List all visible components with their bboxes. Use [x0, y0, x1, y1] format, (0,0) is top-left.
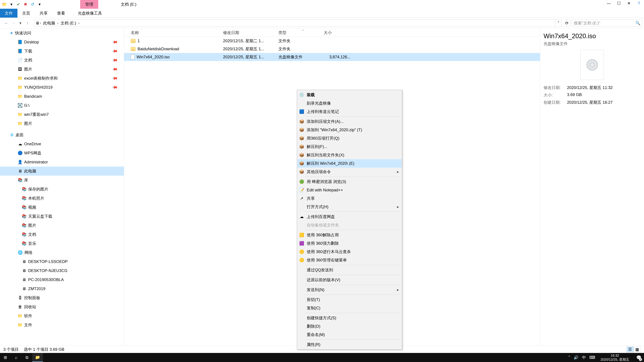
sidebar-item[interactable]: 📘Desktop📌 — [0, 37, 124, 46]
search-button[interactable]: ⌕ — [11, 353, 22, 362]
explorer-taskbar-button[interactable]: 📁 — [32, 353, 43, 362]
context-menu-item[interactable]: 🟨使用 360解除占用 — [297, 231, 402, 239]
context-menu-item[interactable]: 📦解压到 Win7x64_2020\ (E) — [297, 159, 402, 168]
context-menu-item[interactable]: 删除(D) — [297, 322, 402, 331]
context-menu-item[interactable]: 📦添加到压缩文件(A)... — [297, 117, 402, 126]
context-menu-item[interactable]: 剪切(T) — [297, 296, 402, 304]
sidebar-item[interactable]: ☁OneDrive — [0, 139, 124, 148]
context-menu-item[interactable]: 发送到(N)▸ — [297, 286, 402, 294]
context-menu-item[interactable]: 🟡使用 360管理右键菜单 — [297, 256, 402, 264]
file-row[interactable]: 12020/12/15, 星期二 1...文件夹 — [124, 37, 540, 45]
clock[interactable]: 16:32 2020/12/25, 星期五 — [598, 354, 631, 362]
sidebar-item[interactable]: 📚本机照片 — [0, 194, 124, 203]
context-menu-item[interactable]: 属性(R) — [297, 340, 402, 349]
start-button[interactable]: ⊞ — [0, 353, 11, 362]
context-menu-item[interactable]: 刻录光盘映像 — [297, 99, 402, 107]
sidebar-item[interactable]: 📚视频 — [0, 203, 124, 212]
sidebar-item[interactable]: 📁软件 — [0, 311, 124, 321]
sidebar-item[interactable]: 📁Bandicam — [0, 92, 124, 101]
sidebar-item[interactable]: 🖼图片📌 — [0, 65, 124, 74]
sidebar-item[interactable]: 🔵WPS网盘 — [0, 148, 124, 158]
qat-restore-icon[interactable]: ↺ — [30, 1, 36, 7]
context-menu-item[interactable]: 📦其他压缩命令▸ — [297, 168, 402, 176]
refresh-button[interactable]: ⟳ — [564, 19, 570, 27]
tab-disc-tools[interactable]: 光盘映像工具 — [73, 9, 107, 17]
sidebar-item[interactable]: 🎛控制面板 — [0, 293, 124, 302]
forward-button[interactable]: → — [10, 20, 16, 26]
qat-customize-icon[interactable]: ▾ — [36, 1, 42, 7]
network-root[interactable]: 🌐 网络 — [0, 248, 124, 257]
context-menu-item[interactable]: 📦解压到(F)... — [297, 142, 402, 151]
sidebar-item[interactable]: 📄文档📌 — [0, 56, 124, 65]
col-size[interactable]: 大小 — [320, 30, 354, 35]
sidebar-item[interactable]: 💽G:\ — [0, 101, 124, 110]
sidebar-item[interactable]: 📁图片 — [0, 119, 124, 128]
sidebar-item[interactable]: 🖥ZMT2019 — [0, 284, 124, 293]
tray-chevron-icon[interactable]: ˄ — [568, 355, 570, 360]
file-row[interactable]: Win7x64_2020.iso2020/12/25, 星期五 1...光盘映像… — [124, 53, 540, 61]
context-menu-item[interactable]: 🟢用 蜂蜜浏览器 浏览(3) — [297, 177, 402, 186]
details-view-button[interactable]: ☰ — [626, 347, 634, 353]
col-date[interactable]: 修改日期 — [220, 30, 275, 35]
tab-home[interactable]: 主页 — [18, 9, 35, 17]
sidebar-item[interactable]: 📚库 — [0, 176, 124, 185]
context-menu-item[interactable]: 还原以前的版本(V) — [297, 276, 402, 284]
sidebar-item[interactable]: 📘下载📌 — [0, 46, 124, 56]
crumb-drive[interactable]: 文档 (E:) — [59, 19, 78, 27]
context-menu-item[interactable]: ↗共享 — [297, 194, 402, 203]
address-dropdown[interactable]: ˅ — [555, 19, 562, 27]
sidebar-item[interactable]: 🖥DESKTOP-NJEU3CG — [0, 266, 124, 275]
sidebar-item[interactable]: 📚天翼云盘下载 — [0, 212, 124, 221]
col-name[interactable]: 名称 — [124, 30, 220, 35]
context-menu-item[interactable]: 创建快捷方式(S) — [297, 314, 402, 322]
sidebar-item[interactable]: 📚保存的图片 — [0, 185, 124, 194]
context-menu-item[interactable]: 📦用360压缩打开(Q) — [297, 134, 402, 142]
chevron-right-icon[interactable]: › — [78, 21, 80, 25]
context-menu-item[interactable]: 重命名(M) — [297, 331, 402, 339]
context-menu-item[interactable]: 📝Edit with Notepad++ — [297, 186, 402, 194]
ime-icon[interactable]: ⌨ — [589, 355, 595, 360]
tab-share[interactable]: 共享 — [35, 9, 52, 17]
volume-icon[interactable]: 🔊 — [574, 355, 578, 360]
sidebar-item[interactable]: 📁excel表格制作求和📌 — [0, 74, 124, 83]
context-menu-item[interactable]: ☁上传到百度网盘 — [297, 213, 402, 221]
sidebar-item[interactable]: 📚音乐 — [0, 239, 124, 248]
notifications-button[interactable]: 💬3 — [634, 353, 643, 362]
recent-dropdown[interactable]: ▾ — [18, 20, 24, 26]
sidebar-item[interactable]: 📁YUNQISHI2019📌 — [0, 83, 124, 92]
sidebar-item[interactable]: 📁win7重装win7 — [0, 110, 124, 119]
maximize-button[interactable]: ☐ — [614, 0, 624, 7]
sidebar-item[interactable]: 📚图片 — [0, 221, 124, 230]
close-button[interactable]: ✕ — [624, 0, 634, 7]
chevron-right-icon[interactable]: › — [57, 21, 59, 25]
tab-view[interactable]: 查看 — [52, 9, 70, 17]
context-menu-item[interactable]: 复制(C) — [297, 304, 402, 312]
context-menu-item[interactable]: 📦解压到当前文件夹(X) — [297, 151, 402, 159]
context-menu-item[interactable]: 打开方式(H)▸ — [297, 203, 402, 211]
sidebar-item[interactable]: 🖥DESKTOP-LSSOEDP — [0, 257, 124, 266]
help-button[interactable]: ? — [634, 0, 644, 7]
sidebar-item[interactable]: 🖥PC-20190530OBLA — [0, 275, 124, 284]
quick-access-root[interactable]: ★ 快速访问 — [0, 28, 124, 37]
search-icon[interactable]: 🔍 — [636, 21, 640, 25]
context-menu-item[interactable]: 📦添加到 "Win7x64_2020.zip" (T) — [297, 126, 402, 134]
sidebar-item[interactable]: 🗑回收站 — [0, 302, 124, 311]
context-menu-item[interactable]: 💿装载 — [297, 91, 402, 99]
tiles-view-button[interactable]: ▦ — [634, 347, 641, 353]
sidebar-item[interactable]: 📁文件 — [0, 321, 124, 330]
back-button[interactable]: ← — [3, 20, 10, 26]
ime-indicator[interactable]: 中 — [582, 355, 586, 360]
context-menu-item[interactable]: 🟦上传到有道云笔记 — [297, 107, 402, 116]
chevron-right-icon[interactable]: › — [40, 21, 42, 25]
up-button[interactable]: ↑ — [24, 20, 30, 26]
context-menu-item[interactable]: 通过QQ发送到 — [297, 266, 402, 274]
search-input[interactable]: 搜索"文档 (E:)" 🔍 — [572, 19, 642, 27]
col-type[interactable]: 类型 — [275, 30, 320, 35]
sidebar-item[interactable]: 📚文档 — [0, 230, 124, 239]
task-view-button[interactable]: ⧉ — [22, 353, 32, 362]
file-row[interactable]: BaiduNetdiskDownload2020/12/25, 星期五 1...… — [124, 45, 540, 53]
tab-file[interactable]: 文件 — [0, 9, 18, 17]
desktop-root[interactable]: 🖥 桌面 — [0, 130, 124, 139]
crumb-pc[interactable]: 此电脑 — [42, 19, 57, 27]
sidebar-item[interactable]: 🖥此电脑 — [0, 167, 124, 176]
